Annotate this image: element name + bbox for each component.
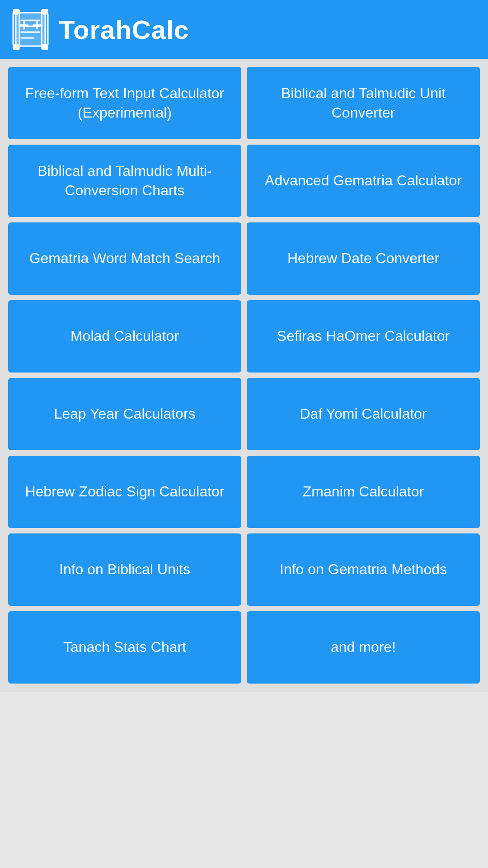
grid-button-tanach-stats[interactable]: Tanach Stats Chart <box>8 611 241 684</box>
svg-text:+: + <box>32 16 42 34</box>
grid-button-and-more[interactable]: and more! <box>247 611 480 684</box>
grid-button-molad-calculator[interactable]: Molad Calculator <box>8 300 241 373</box>
svg-point-2 <box>13 9 19 14</box>
grid-button-gematria-word-match[interactable]: Gematria Word Match Search <box>8 222 241 295</box>
grid-button-info-gematria-methods[interactable]: Info on Gematria Methods <box>247 533 480 606</box>
app-header: + + TorahCalc <box>0 0 488 59</box>
svg-point-3 <box>13 44 19 50</box>
svg-rect-4 <box>42 11 48 47</box>
grid-button-hebrew-zodiac[interactable]: Hebrew Zodiac Sign Calculator <box>8 456 241 528</box>
main-grid: Free-form Text Input Calculator (Experim… <box>0 59 488 692</box>
grid-button-zmanim[interactable]: Zmanim Calculator <box>247 456 480 528</box>
grid-button-leap-year[interactable]: Leap Year Calculators <box>8 378 241 450</box>
svg-point-6 <box>42 44 48 50</box>
grid-button-free-form-text[interactable]: Free-form Text Input Calculator (Experim… <box>8 67 241 139</box>
app-title: TorahCalc <box>59 14 189 45</box>
grid-button-info-biblical-units[interactable]: Info on Biblical Units <box>8 533 241 606</box>
torah-scroll-icon: + + <box>11 9 50 50</box>
grid-button-biblical-talmudic-converter[interactable]: Biblical and Talmudic Unit Converter <box>247 67 480 139</box>
svg-point-5 <box>42 9 48 14</box>
grid-button-advanced-gematria[interactable]: Advanced Gematria Calculator <box>247 145 480 217</box>
grid-button-sefiras-haomer[interactable]: Sefiras HaOmer Calculator <box>247 300 480 373</box>
grid-button-daf-yomi[interactable]: Daf Yomi Calculator <box>247 378 480 450</box>
svg-text:+: + <box>19 16 29 34</box>
grid-button-multi-conversion-charts[interactable]: Biblical and Talmudic Multi-Conversion C… <box>8 145 241 217</box>
grid-button-hebrew-date-converter[interactable]: Hebrew Date Converter <box>247 222 480 295</box>
svg-rect-1 <box>13 11 19 47</box>
